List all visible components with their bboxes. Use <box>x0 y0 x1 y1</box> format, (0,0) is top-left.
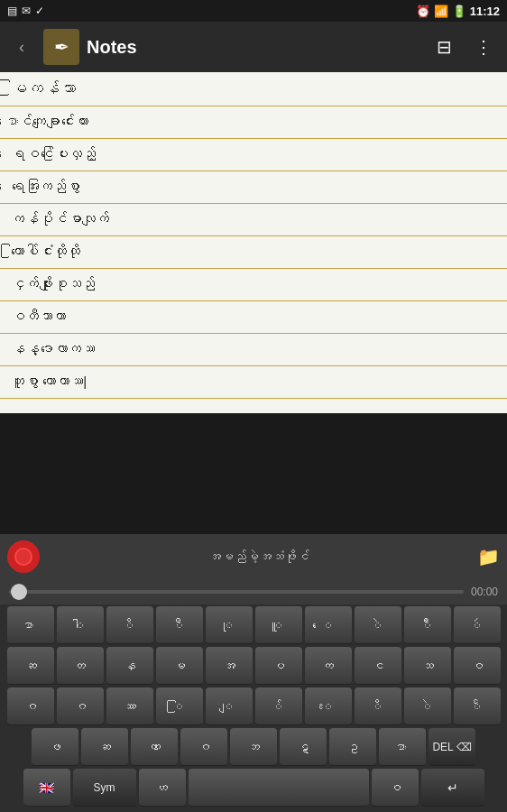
note-title[interactable]: မြကန်သာ <box>0 72 507 106</box>
battery-icon: 🔋 <box>452 5 466 18</box>
note-content[interactable]: ောင်ကျချောင်းတေားရေဝင်ပြေးလှည့်ရေအေးကြည်… <box>0 106 507 413</box>
sim-icon: ▤ <box>7 5 17 17</box>
kb-key[interactable]: ဏ <box>131 728 178 766</box>
language-key[interactable]: 🇬🇧 <box>23 769 70 807</box>
kb-key[interactable]: ြ <box>156 687 203 725</box>
kb-key[interactable]: ဴ <box>454 606 501 644</box>
kb-key[interactable]: ာ <box>379 728 426 766</box>
note-line[interactable]: ငှက်ဖျိုးစုသည် <box>0 269 507 301</box>
kb-key[interactable]: ႄ <box>305 687 352 725</box>
status-right: ⏰ 📶 🔋 11:12 <box>416 5 500 18</box>
record-button[interactable] <box>7 540 40 573</box>
kb-row-2: ဆ တ န မ အ ပ က င သ ဝ <box>2 647 505 685</box>
save-button[interactable]: ⊟ <box>428 31 460 63</box>
kb-key[interactable]: ဝ <box>454 647 501 685</box>
sync-icon: ✓ <box>35 5 44 17</box>
kb-key[interactable]: င <box>355 647 401 685</box>
kb-key[interactable]: ဂ <box>180 728 227 766</box>
kb-key[interactable]: ဲ <box>404 687 451 725</box>
note-line[interactable]: ဝတီသာကာ <box>0 301 507 334</box>
kb-rows: ာ ါ ိ ီ ု ူ ေ ဲ ဳ ဴ ဆ တ န မ အ ပ က င သ ဝ … <box>0 604 507 812</box>
kb-key[interactable]: ် <box>255 687 302 725</box>
keyboard-area: အမည်မဲ့အသံဖိုင် 📁 00:00 ာ ါ ိ ီ ု ူ ေ ဲ … <box>0 534 507 812</box>
slider-track[interactable] <box>9 590 464 594</box>
email-icon: ✉ <box>22 5 31 17</box>
kb-key[interactable]: အ <box>206 647 253 685</box>
kb-key[interactable]: ဂ <box>7 687 54 725</box>
note-line[interactable] <box>0 399 507 413</box>
kb-key[interactable]: ူ <box>255 606 302 644</box>
kb-key[interactable]: ိ <box>355 687 401 725</box>
note-line[interactable]: ကြာပေါ်ငံးထိုထို <box>0 236 507 269</box>
kb-key[interactable]: ဆ <box>81 728 128 766</box>
delete-key[interactable]: DEL ⌫ <box>429 728 475 766</box>
kb-key[interactable]: ု <box>206 606 253 644</box>
kb-key[interactable]: ျ <box>206 687 253 725</box>
kb-key[interactable]: ါ <box>57 606 104 644</box>
kb-key[interactable]: ဳ <box>404 606 451 644</box>
toolbar: ‹ ✒ Notes ⊟ ⋮ <box>0 22 507 72</box>
kb-key[interactable]: ဆ <box>7 647 54 685</box>
kb-key[interactable]: ဿ <box>106 687 153 725</box>
space-key[interactable] <box>189 769 369 807</box>
toolbar-actions: ⊟ ⋮ <box>428 31 500 63</box>
note-area: မြကန်သာ ောင်ကျချောင်းတေားရေဝင်ပြေးလှည့်ရ… <box>0 72 507 413</box>
kb-key[interactable]: န <box>106 647 153 685</box>
sym-key[interactable]: Sym <box>73 769 136 807</box>
kb-top-bar: အမည်မဲ့အသံဖိုင် 📁 <box>0 534 507 579</box>
kb-label: အမည်မဲ့အသံဖိုင် <box>47 549 470 564</box>
record-icon <box>14 548 32 566</box>
note-line[interactable]: ရေအေးကြည်စွာ <box>0 171 507 204</box>
clock: 11:12 <box>470 5 500 18</box>
status-bar: ▤ ✉ ✓ ⏰ 📶 🔋 11:12 <box>0 0 507 22</box>
kb-key[interactable]: ဟ <box>139 769 186 807</box>
kb-key[interactable]: ႅ <box>454 687 501 725</box>
slider-thumb[interactable] <box>11 584 27 600</box>
app-icon: ✒ <box>43 29 79 65</box>
kb-key[interactable]: ေ <box>305 606 352 644</box>
enter-key[interactable]: ↵ <box>421 769 484 807</box>
kb-key[interactable]: ဘ <box>230 728 277 766</box>
kb-row-3: ဂ ဂ ဿ ြ ျ ် ႄ ိ ဲ ႅ <box>2 687 505 725</box>
kb-key[interactable]: ပ <box>255 647 302 685</box>
note-line[interactable]: နန္ဒာလောကဿ <box>0 334 507 366</box>
kb-key[interactable]: ဲ <box>355 606 401 644</box>
kb-key[interactable]: ိ <box>106 606 153 644</box>
folder-icon[interactable]: 📁 <box>477 546 500 567</box>
kb-key[interactable]: ဋ <box>280 728 327 766</box>
kb-key[interactable]: ာ <box>7 606 54 644</box>
kb-bottom-row: 🇬🇧 Sym ဟ ဝ ↵ <box>2 769 505 810</box>
kb-key[interactable]: ဂ <box>57 687 104 725</box>
kb-key[interactable]: သ <box>404 647 451 685</box>
alarm-icon: ⏰ <box>416 5 430 18</box>
kb-row-1: ာ ါ ိ ီ ု ူ ေ ဲ ဳ ဴ <box>2 606 505 644</box>
kb-slider-row: 00:00 <box>0 579 507 604</box>
status-icons-left: ▤ ✉ ✓ <box>7 5 44 17</box>
kb-key[interactable]: က <box>305 647 352 685</box>
kb-key[interactable]: ဥ <box>329 728 376 766</box>
note-lines: ောင်ကျချောင်းတေားရေဝင်ပြေးလှည့်ရေအေးကြည်… <box>0 106 507 413</box>
more-button[interactable]: ⋮ <box>467 31 500 63</box>
note-line[interactable]: ောင်ကျချောင်းတေား <box>0 106 507 139</box>
note-line[interactable]: ရေဝင်ပြေးလှည့် <box>0 139 507 171</box>
kb-key[interactable]: မ <box>156 647 203 685</box>
wifi-icon: 📶 <box>434 5 448 18</box>
kb-row-4: ဖ ဆ ဏ ဂ ဘ ဋ ဥ ာ DEL ⌫ <box>2 728 505 766</box>
note-line[interactable]: ကန်ပိုင်မာလျက် <box>0 204 507 236</box>
kb-key[interactable]: ဖ <box>32 728 78 766</box>
back-button[interactable]: ‹ <box>7 32 36 61</box>
kb-key[interactable]: ဝ <box>372 769 419 807</box>
toolbar-title: Notes <box>87 37 428 58</box>
kb-key[interactable]: တ <box>57 647 104 685</box>
timer-display: 00:00 <box>471 586 498 598</box>
kb-key[interactable]: ီ <box>156 606 203 644</box>
note-line[interactable]: တူစွာ ဟာတောဿ <box>0 366 507 399</box>
